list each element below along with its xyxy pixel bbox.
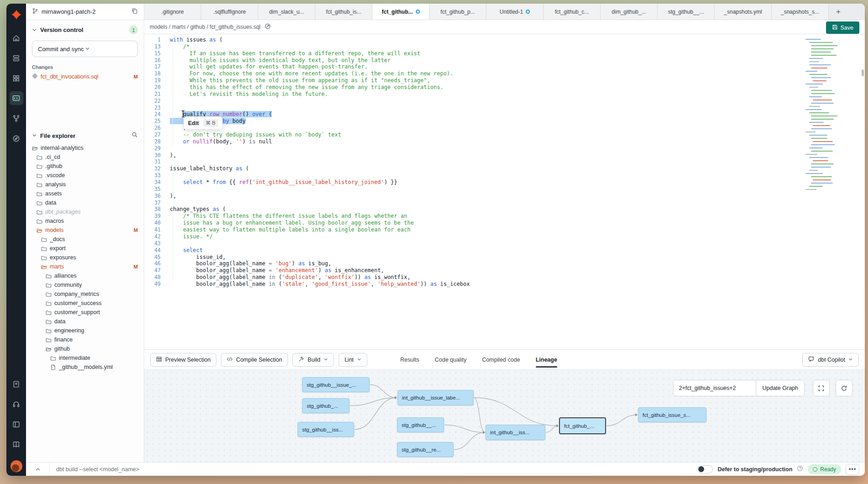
file-tree-item[interactable]: github [26, 344, 144, 353]
code-line[interactable]: 17 will get updates for events that happ… [144, 63, 865, 70]
fullscreen-button[interactable] [813, 380, 830, 396]
user-avatar[interactable] [10, 460, 22, 472]
status-badge[interactable]: Ready [808, 464, 841, 474]
lineage-node[interactable]: int_github__issue_labe... [397, 390, 474, 405]
more-options-button[interactable]: ••• [846, 464, 859, 475]
code-line[interactable]: 32issue_label_history as ( [144, 165, 865, 172]
file-tree-item[interactable]: macros [26, 216, 144, 226]
lineage-node[interactable]: stg_github__issue_... [302, 377, 370, 392]
file-tree-item[interactable]: data [26, 198, 144, 207]
code-line[interactable]: 22 [144, 98, 865, 105]
minimap[interactable] [805, 39, 856, 240]
lineage-selector-input[interactable] [674, 380, 756, 396]
code-line[interactable]: 35 [144, 186, 865, 193]
open-lineage-compass-icon[interactable] [264, 23, 271, 32]
edit-tooltip[interactable]: Edit ⌘ B [183, 116, 223, 130]
file-tree-item[interactable]: .ci_cd [26, 153, 144, 162]
code-line[interactable]: 23 [144, 105, 865, 111]
code-line[interactable]: 29 [144, 145, 865, 152]
ide-icon[interactable] [10, 91, 23, 105]
code-line[interactable]: 46 boolor_agg(label_name = 'bug') as is_… [144, 260, 865, 267]
code-line[interactable]: 44 select [144, 247, 865, 254]
code-line[interactable]: 48 boolor_agg(label_name in ('duplicate'… [144, 274, 865, 281]
help-icon[interactable] [797, 465, 803, 473]
code-line[interactable]: 37 [144, 200, 865, 206]
support-headset-icon[interactable] [10, 397, 23, 411]
code-line[interactable]: 41 easiest way to flatten multiple label… [144, 226, 865, 233]
editor-tab[interactable]: fct_github_is... [315, 4, 372, 20]
code-line[interactable]: 43 [144, 240, 865, 247]
code-line[interactable]: 28 or nullif(body, '') is null [144, 138, 865, 145]
editor-tab[interactable]: fct_github... [372, 4, 429, 20]
code-line[interactable]: 49 boolor_agg(label_name in ('stale', 'g… [144, 281, 865, 288]
code-line[interactable]: 39 /* This CTE flattens the different is… [144, 213, 865, 220]
file-tree-item[interactable]: alliances [26, 271, 144, 280]
docs-book-icon[interactable] [10, 437, 23, 451]
file-explorer-header[interactable]: File explorer [26, 126, 144, 143]
home-icon[interactable] [10, 31, 23, 45]
file-tree-item[interactable]: customer_success [26, 299, 144, 308]
lineage-node[interactable]: fct_github_... [559, 417, 606, 434]
tab-compiled-code[interactable]: Compiled code [482, 350, 520, 369]
file-tree-item[interactable]: dim_github__users.sql [26, 372, 144, 374]
save-button[interactable]: Save [826, 21, 860, 34]
code-line[interactable]: 42 issue. */ [144, 233, 865, 240]
compile-selection-button[interactable]: Compile Selection [221, 353, 288, 367]
code-line[interactable]: 40 issue has a bug or enhancement label.… [144, 220, 865, 226]
notebook-icon[interactable] [10, 377, 23, 391]
version-control-header[interactable]: Version control 1 [26, 20, 144, 38]
lineage-node[interactable]: stg_github__iss... [298, 422, 354, 437]
code-line[interactable]: 15 If an issue has been transferred to a… [144, 50, 865, 57]
file-tree-item[interactable]: .github [26, 162, 144, 171]
file-tree-item[interactable]: exposures [26, 253, 144, 262]
file-tree-item[interactable]: engineering [26, 326, 144, 335]
file-tree-item[interactable]: internal-analytics [26, 143, 144, 153]
code-line[interactable]: 26 ) = 1 [144, 125, 865, 132]
code-line[interactable]: 19 While this prevents the old issue fro… [144, 77, 865, 84]
file-tree-item[interactable]: .vscode [26, 171, 144, 180]
commit-and-sync-dropdown[interactable]: Commit and sync [32, 41, 138, 57]
build-button[interactable]: Build [293, 353, 334, 367]
code-line[interactable]: 25 partition by body [144, 118, 865, 125]
environments-icon[interactable] [10, 51, 23, 65]
dbt-logo-icon[interactable] [10, 8, 23, 21]
preview-selection-button[interactable]: Preview Selection [150, 353, 216, 367]
tab-lineage[interactable]: Lineage [536, 350, 557, 369]
git-fork-icon[interactable] [10, 111, 23, 125]
code-line[interactable]: 13 /* [144, 43, 865, 50]
file-tree-item[interactable]: export [26, 244, 144, 253]
code-line[interactable]: 38change_types as ( [144, 206, 865, 213]
collapse-panel-button[interactable] [26, 463, 50, 476]
file-tree-item[interactable]: finance [26, 335, 144, 344]
editor-tab[interactable]: .sqlfluffignore [201, 4, 258, 20]
editor-tab[interactable]: dim_github_... [601, 4, 658, 20]
file-tree-item[interactable]: customer_support [26, 308, 144, 317]
lineage-node[interactable]: stg_github__... [397, 417, 444, 432]
code-line[interactable]: 27 -- don't try deduping issues with no … [144, 132, 865, 138]
changed-file-row[interactable]: fct_dbt_invocations.sql M [26, 72, 144, 82]
command-input[interactable]: dbt build --select <model_name> [50, 466, 697, 473]
code-line[interactable]: 31 [144, 158, 865, 165]
editor-tab[interactable]: fct_github_c... [544, 4, 601, 20]
file-tree-item[interactable]: _docs [26, 235, 144, 244]
file-tree-item[interactable]: assets [26, 189, 144, 198]
code-line[interactable]: 30), [144, 152, 865, 159]
new-tab-button[interactable]: + [829, 4, 848, 20]
file-tree-item[interactable]: community [26, 280, 144, 289]
update-graph-button[interactable]: Update Graph [756, 380, 804, 396]
lineage-node[interactable]: stg_github__re... [397, 442, 454, 457]
file-tree-item[interactable]: company_metrics [26, 289, 144, 299]
lineage-node[interactable]: fct_github_issue_s... [638, 407, 706, 422]
code-line[interactable]: 45 issue_id, [144, 254, 865, 261]
file-tree-item[interactable]: dbt_packages [26, 207, 144, 216]
explore-compass-icon[interactable] [10, 132, 23, 145]
copy-icon[interactable] [131, 8, 138, 16]
dbt-copilot-button[interactable]: dbt Copilot [802, 353, 859, 367]
code-line[interactable]: 21 Let's revisit this modeling in the fu… [144, 91, 865, 98]
git-branch-row[interactable]: mirnawong1-patch-2 [26, 4, 144, 20]
apps-grid-icon[interactable] [10, 71, 23, 85]
editor-tab[interactable]: _snapshots_s... [772, 4, 829, 20]
code-line[interactable]: 18 For now, choose the one with more rec… [144, 70, 865, 77]
editor-scrollbar-thumb[interactable] [862, 69, 864, 76]
tab-results[interactable]: Results [400, 350, 419, 369]
